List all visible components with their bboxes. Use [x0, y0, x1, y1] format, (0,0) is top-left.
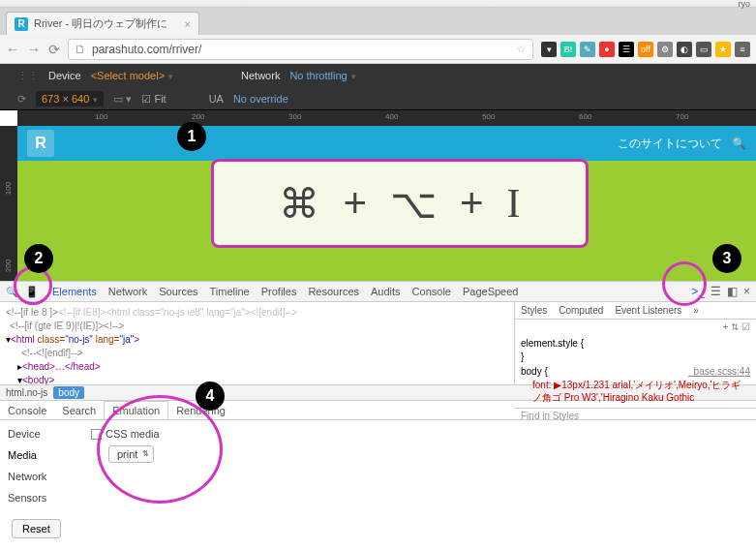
address-toolbar: ← → ⟳ 🗋 parashuto.com/rriver/ ☆ ▾B!✎●☰of…: [0, 35, 756, 64]
bookmark-icon[interactable]: ☆: [516, 43, 527, 56]
emulation-section-media[interactable]: Media: [8, 449, 76, 461]
site-search-icon[interactable]: 🔍: [732, 137, 746, 150]
drawer-tab-search[interactable]: Search: [54, 401, 104, 419]
drawer-icon[interactable]: ☰: [711, 285, 721, 298]
extension-icon[interactable]: ✎: [580, 42, 595, 57]
site-logo[interactable]: R: [27, 130, 54, 157]
device-label: Device: [48, 70, 81, 81]
rotate-icon[interactable]: ⟳: [17, 93, 26, 106]
option-key-icon: ⌥: [390, 180, 437, 228]
emulation-sidebar: DeviceMediaNetworkSensors: [8, 428, 76, 504]
dock-icon[interactable]: ◧: [727, 285, 738, 298]
reload-button[interactable]: ⟳: [48, 42, 60, 57]
device-select[interactable]: <Select model>▾: [91, 70, 173, 81]
cmd-key-icon: ⌘: [279, 180, 319, 228]
styles-toolbar[interactable]: + ⇅ ☑: [515, 320, 756, 334]
source-link[interactable]: _base.scss:44: [688, 365, 750, 379]
extension-icon[interactable]: ⚙: [657, 42, 673, 57]
back-button[interactable]: ←: [6, 42, 19, 57]
forward-button[interactable]: →: [27, 42, 41, 57]
devtools-tab-elements[interactable]: Elements: [46, 286, 103, 297]
devtools-tab-pagespeed[interactable]: PageSpeed: [457, 286, 525, 297]
devtools-tab-timeline[interactable]: Timeline: [204, 286, 256, 297]
favicon-icon: R: [15, 17, 28, 31]
drawer-tab-console[interactable]: Console: [0, 401, 54, 419]
extension-icon[interactable]: ☰: [619, 42, 634, 57]
circle-3: [662, 261, 707, 306]
devtools-tab-audits[interactable]: Audits: [365, 286, 407, 297]
extension-icon[interactable]: ◐: [677, 42, 692, 57]
window-user: ryo: [738, 0, 750, 9]
annotation-3: 3: [712, 244, 741, 273]
devtools-tab-profiles[interactable]: Profiles: [256, 286, 303, 297]
emulation-section-network[interactable]: Network: [8, 471, 76, 482]
annotation-2: 2: [24, 244, 53, 273]
ua-value[interactable]: No override: [233, 93, 288, 105]
extension-icon[interactable]: ●: [599, 42, 615, 57]
i-key: I: [507, 180, 521, 227]
circle-4: [97, 395, 223, 504]
url-text: parashuto.com/rriver/: [92, 43, 201, 56]
plus-icon: +: [460, 180, 484, 227]
extension-icon[interactable]: ▭: [696, 42, 711, 57]
devtools-tab-console[interactable]: Console: [407, 286, 457, 297]
keyboard-shortcut-callout: ⌘ + ⌥ + I: [211, 159, 589, 248]
tab-title: Rriver - 明日のウェブ制作に: [34, 16, 179, 31]
ruler-vertical: 100200: [0, 126, 17, 281]
styles-panel: StylesComputedEvent Listeners» + ⇅ ☑ ele…: [514, 302, 756, 384]
browser-tabstrip: R Rriver - 明日のウェブ制作に ×: [0, 8, 756, 35]
extension-icons: ▾B!✎●☰off⚙◐▭★≡: [541, 42, 750, 57]
styles-tab-computed[interactable]: Computed: [553, 302, 609, 319]
ruler-horizontal: 100200300400500600700: [17, 110, 756, 126]
devtools-tab-resources[interactable]: Resources: [302, 286, 365, 297]
viewport-dimensions[interactable]: 673 × 640▾: [36, 91, 104, 107]
extension-icon[interactable]: ≡: [735, 42, 750, 57]
page-header: R このサイトについて 🔍: [17, 126, 756, 161]
emulated-page: R このサイトについて 🔍 ⌘ + ⌥ + I: [17, 126, 756, 281]
reset-button[interactable]: Reset: [12, 519, 61, 538]
ua-label: UA: [209, 93, 224, 105]
annotation-1: 1: [177, 122, 206, 151]
close-devtools-icon[interactable]: ×: [743, 285, 750, 298]
browser-tab[interactable]: R Rriver - 明日のウェブ制作に ×: [6, 12, 199, 35]
annotation-4: 4: [196, 382, 225, 411]
extension-icon[interactable]: B!: [560, 42, 576, 57]
extension-icon[interactable]: ★: [715, 42, 731, 57]
devtools-tab-network[interactable]: Network: [103, 286, 153, 297]
devtools-tabbar: 🔍 📱 ElementsNetworkSourcesTimelineProfil…: [0, 281, 756, 302]
elements-panel[interactable]: <!--[if Ie 8 ]><!--[if IE8]><html class=…: [0, 302, 514, 384]
page-icon: 🗋: [75, 43, 86, 56]
fit-checkbox[interactable]: ☑ Fit: [141, 93, 166, 106]
find-in-styles[interactable]: Find in Styles: [515, 408, 756, 423]
devtools-tab-sources[interactable]: Sources: [153, 286, 203, 297]
emulation-section-device[interactable]: Device: [8, 428, 76, 440]
network-select[interactable]: No throttling▾: [289, 70, 355, 81]
device-toolbar: ⋮⋮ Device <Select model>▾ Network No thr…: [0, 64, 756, 110]
extension-icon[interactable]: ▾: [541, 42, 557, 57]
zoom-icon[interactable]: ▭ ▾: [113, 93, 132, 106]
network-label: Network: [241, 70, 280, 81]
site-nav-link[interactable]: このサイトについて: [618, 136, 722, 152]
close-tab-icon[interactable]: ×: [185, 18, 191, 30]
emulation-section-sensors[interactable]: Sensors: [8, 492, 76, 504]
plus-icon: +: [343, 180, 367, 227]
extension-icon[interactable]: off: [638, 42, 653, 57]
address-input[interactable]: 🗋 parashuto.com/rriver/ ☆: [68, 39, 533, 60]
styles-tab-styles[interactable]: Styles: [515, 302, 553, 319]
grip-icon: ⋮⋮: [17, 70, 39, 82]
